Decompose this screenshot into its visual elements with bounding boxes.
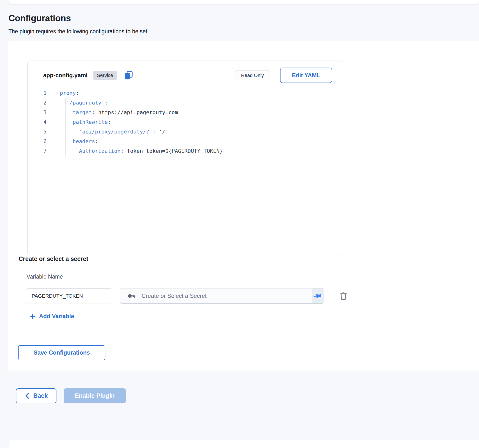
line-number: 7 — [28, 146, 47, 156]
pin-icon — [314, 292, 322, 300]
back-button[interactable]: Back — [16, 388, 56, 403]
yaml-editor-card: app-config.yaml Service Read Only Edit Y… — [27, 61, 342, 255]
pin-button[interactable] — [312, 288, 324, 303]
service-badge: Service — [93, 71, 117, 80]
secret-select-body[interactable]: Create or Select a Secret — [120, 288, 312, 303]
edit-yaml-button[interactable]: Edit YAML — [280, 68, 332, 83]
delete-variable-button[interactable] — [338, 291, 349, 301]
chevron-left-icon — [25, 393, 30, 399]
line-number: 6 — [28, 137, 47, 146]
variable-row: Create or Select a Secret — [26, 288, 479, 304]
copy-icon — [123, 70, 134, 80]
line-number: 4 — [28, 117, 47, 127]
page-subtitle: The plugin requires the following config… — [8, 28, 479, 35]
code-line: Authorization: Token token=${PAGERDUTY_T… — [60, 146, 223, 156]
variable-name-label: Variable Name — [27, 273, 479, 280]
code-line: 'api/proxy/pagerduty/?': '/' — [60, 127, 223, 137]
copy-button[interactable] — [123, 70, 134, 80]
key-icon — [127, 291, 136, 301]
editor-header: app-config.yaml Service Read Only Edit Y… — [28, 61, 342, 83]
code-line: headers: — [60, 137, 223, 146]
previous-section-card — [8, 0, 479, 4]
code-line: target: https://api.pagerduty.com — [60, 108, 223, 117]
config-filename: app-config.yaml — [43, 72, 88, 79]
add-variable-label: Add Variable — [39, 313, 74, 320]
line-number: 1 — [28, 88, 47, 98]
code-viewport[interactable]: 1234567 proxy:'/pagerduty':target: https… — [28, 88, 342, 156]
add-variable-button[interactable]: Add Variable — [29, 313, 74, 320]
line-number: 3 — [28, 108, 47, 117]
secret-select[interactable]: Create or Select a Secret — [120, 288, 324, 304]
trash-icon — [339, 291, 348, 301]
read-only-badge: Read Only — [235, 70, 270, 80]
code-lines: proxy:'/pagerduty':target: https://api.p… — [60, 88, 223, 156]
code-line: '/pagerduty': — [60, 98, 223, 108]
back-button-label: Back — [33, 392, 48, 399]
editor-scrollbar[interactable] — [337, 84, 342, 253]
variable-name-input[interactable] — [26, 288, 112, 303]
secret-section-heading: Create or select a secret — [19, 255, 479, 262]
footer-actions: Back Enable Plugin — [16, 388, 479, 403]
line-number: 5 — [28, 127, 47, 137]
configurations-panel: app-config.yaml Service Read Only Edit Y… — [8, 41, 479, 371]
enable-plugin-button[interactable]: Enable Plugin — [64, 388, 126, 403]
next-section-card — [9, 440, 479, 448]
code-line: proxy: — [60, 88, 223, 98]
save-configurations-button[interactable]: Save Configurations — [18, 345, 105, 360]
plus-icon — [29, 313, 36, 320]
line-number: 2 — [28, 98, 47, 108]
code-line: pathRewrite: — [60, 117, 223, 127]
secret-select-placeholder: Create or Select a Secret — [142, 293, 206, 299]
code-gutter: 1234567 — [28, 88, 47, 156]
